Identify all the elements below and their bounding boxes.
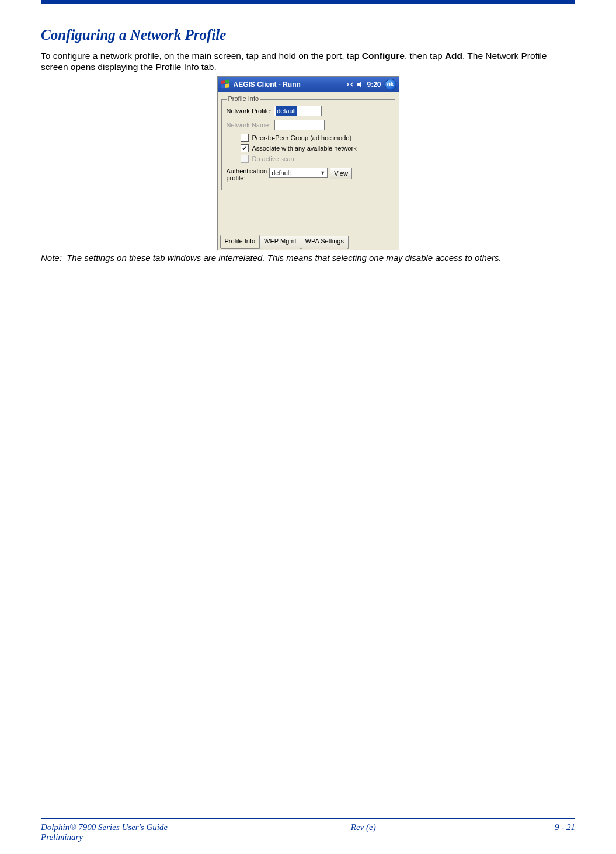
- pocketpc-window: AEGIS Client - Runn 9:20 ok Profile Info: [217, 76, 399, 250]
- auth-profile-label: Authentication profile:: [227, 168, 267, 182]
- auth-profile-value: default: [272, 169, 291, 176]
- fieldset-legend: Profile Info: [227, 95, 261, 102]
- ok-button[interactable]: ok: [385, 79, 396, 90]
- tab-wpa-settings[interactable]: WPA Settings: [301, 236, 349, 249]
- network-profile-input[interactable]: default: [274, 106, 322, 116]
- peer-to-peer-checkbox[interactable]: [241, 134, 249, 142]
- associate-label: Associate with any available network: [252, 145, 357, 152]
- network-profile-label: Network Profile:: [227, 107, 272, 114]
- chevron-down-icon[interactable]: ▼: [318, 168, 327, 177]
- start-flag-icon[interactable]: [220, 79, 231, 90]
- screenshot-container: AEGIS Client - Runn 9:20 ok Profile Info: [41, 76, 575, 250]
- intro-text-1: To configure a network profile, on the m…: [41, 51, 362, 61]
- network-name-label: Network Name:: [227, 121, 271, 128]
- active-scan-row: Do active scan: [241, 155, 390, 163]
- note-paragraph: Note: The settings on these tab windows …: [41, 253, 575, 263]
- note-text: The settings on these tab windows are in…: [67, 253, 502, 263]
- tab-profile-info[interactable]: Profile Info: [220, 235, 260, 249]
- network-profile-value: default: [276, 106, 297, 116]
- auth-profile-row: Authentication profile: default ▼ View: [227, 168, 390, 182]
- footer-subtitle: Preliminary: [41, 832, 83, 842]
- section-heading: Configuring a Network Profile: [41, 27, 575, 43]
- svg-rect-3: [225, 83, 229, 88]
- top-rule: [41, 0, 575, 4]
- auth-label-line1: Authentication: [227, 168, 267, 175]
- auth-profile-select[interactable]: default ▼: [269, 168, 328, 178]
- svg-rect-1: [225, 79, 229, 83]
- footer-left: Dolphin® 7900 Series User's Guide– Preli…: [41, 822, 172, 842]
- page-footer: Dolphin® 7900 Series User's Guide– Preli…: [41, 818, 575, 842]
- active-scan-label: Do active scan: [252, 155, 294, 162]
- peer-to-peer-label: Peer-to-Peer Group (ad hoc mode): [252, 134, 352, 141]
- intro-paragraph: To configure a network profile, on the m…: [41, 50, 575, 73]
- window-body: Profile Info Network Profile: default Ne…: [218, 92, 399, 236]
- intro-bold-add: Add: [445, 51, 462, 61]
- svg-rect-2: [221, 84, 225, 88]
- svg-rect-0: [221, 80, 225, 84]
- footer-rule: [41, 818, 575, 819]
- auth-label-line2: profile:: [227, 175, 246, 182]
- peer-to-peer-row: Peer-to-Peer Group (ad hoc mode): [241, 134, 390, 142]
- window-title: AEGIS Client - Runn: [234, 81, 346, 89]
- associate-row: Associate with any available network: [241, 144, 390, 152]
- intro-text-2: , then tap: [405, 51, 445, 61]
- view-button[interactable]: View: [330, 168, 352, 179]
- footer-title: Dolphin® 7900 Series User's Guide–: [41, 822, 172, 832]
- tab-wep-mgmt[interactable]: WEP Mgmt: [259, 236, 301, 249]
- intro-bold-configure: Configure: [362, 51, 405, 61]
- network-profile-row: Network Profile: default: [227, 106, 390, 116]
- note-label: Note:: [41, 253, 62, 263]
- connectivity-icon[interactable]: [346, 81, 354, 89]
- associate-checkbox[interactable]: [241, 144, 249, 152]
- network-name-input[interactable]: [274, 120, 325, 130]
- active-scan-checkbox: [241, 155, 249, 163]
- window-titlebar: AEGIS Client - Runn 9:20 ok: [218, 77, 399, 92]
- speaker-icon[interactable]: [356, 81, 364, 89]
- tab-strip: Profile Info WEP Mgmt WPA Settings: [218, 236, 399, 250]
- profile-info-fieldset: Profile Info Network Profile: default Ne…: [221, 99, 395, 190]
- clock-time[interactable]: 9:20: [367, 81, 381, 89]
- footer-center: Rev (e): [351, 822, 376, 842]
- footer-page-number: 9 - 21: [555, 822, 575, 842]
- network-name-row: Network Name:: [227, 120, 390, 130]
